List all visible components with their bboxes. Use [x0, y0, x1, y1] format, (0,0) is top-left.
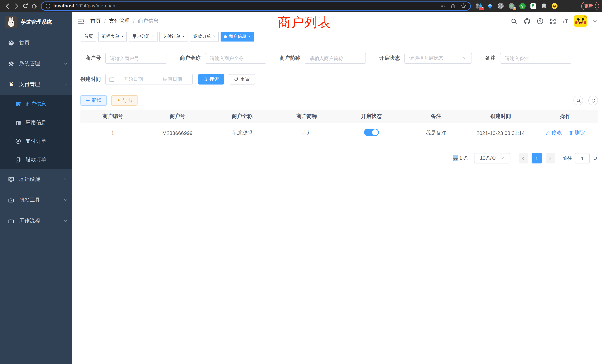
sidebar-item-workflow[interactable]: 工作流程 — [0, 211, 72, 231]
browser-back-button[interactable] — [3, 1, 12, 10]
export-button[interactable]: 导出 — [111, 95, 138, 106]
page-size-select[interactable]: 10条/页 — [474, 153, 510, 163]
sidebar-item-dev-tools[interactable]: 研发工具 — [0, 190, 72, 211]
plus-icon — [86, 98, 90, 103]
goto-page-input[interactable] — [575, 153, 590, 163]
sidebar-item-pay-order[interactable]: 支付订单 — [0, 132, 72, 150]
prev-page-button[interactable] — [519, 153, 528, 163]
cell-create-time: 2021-10-23 08:31:14 — [468, 130, 533, 136]
add-button[interactable]: 新增 — [80, 95, 107, 106]
url-bar[interactable]: localhost:1024/pay/merchant — [41, 1, 471, 11]
extension-emoji-icon[interactable] — [551, 3, 558, 9]
close-icon[interactable]: × — [248, 34, 251, 39]
back-icon — [4, 3, 11, 9]
tab-process-form[interactable]: 流程表单× — [98, 32, 127, 41]
home-icon — [31, 3, 37, 9]
sidebar-collapse-icon[interactable] — [78, 18, 85, 24]
extension-profile-icon[interactable]: 1 — [508, 3, 515, 9]
sidebar-item-refund-order[interactable]: 退款订单 — [0, 150, 72, 169]
sidebar-item-merchant-info[interactable]: 商户信息 — [0, 95, 72, 113]
extension-y-icon[interactable]: y — [519, 3, 526, 9]
refresh-table-button[interactable] — [588, 96, 598, 105]
avatar-dropdown-caret-icon[interactable] — [593, 20, 597, 22]
briefcase-icon — [8, 218, 14, 224]
sidebar-item-system[interactable]: 系统管理 — [0, 53, 72, 74]
pencil-icon — [546, 130, 550, 135]
yen-icon: ¥ — [8, 81, 14, 88]
browser-reload-button[interactable] — [21, 1, 30, 10]
next-page-button[interactable] — [546, 153, 555, 163]
main-content: 首页 / 支付管理 / 商户信息 TT — [72, 12, 602, 364]
extension-badge: 10 — [479, 7, 484, 10]
refund-doc-icon — [15, 157, 21, 163]
create-time-range-picker[interactable]: 开始日期 - 结束日期 — [105, 74, 193, 85]
browser-update-button[interactable]: 更新 — [581, 2, 599, 10]
chevron-down-icon — [63, 198, 68, 202]
share-icon[interactable] — [450, 3, 456, 9]
reset-button[interactable]: 重置 — [229, 74, 255, 85]
text-size-icon[interactable]: TT — [563, 19, 568, 24]
extension-command-icon[interactable] — [497, 3, 504, 9]
sidebar-item-payment[interactable]: ¥ 支付管理 — [0, 74, 72, 95]
header-search-icon[interactable] — [511, 18, 517, 24]
help-icon[interactable] — [537, 18, 543, 24]
browser-menu-kebab-icon[interactable] — [595, 4, 596, 8]
page-number-1[interactable]: 1 — [532, 153, 542, 163]
sidebar-item-app-info[interactable]: 应用信息 — [0, 113, 72, 132]
rabbit-logo-icon — [5, 16, 17, 28]
sidebar-item-infrastructure[interactable]: 基础设施 — [0, 169, 72, 190]
page-info-icon[interactable] — [45, 3, 51, 9]
search-button[interactable]: 搜索 — [198, 74, 224, 85]
merchant-no-input[interactable] — [105, 53, 166, 64]
filter-row-2: 创建时间 开始日期 - 结束日期 搜索 重置 — [72, 74, 255, 85]
goto-label: 前往 — [562, 155, 572, 162]
remark-input[interactable] — [500, 53, 571, 64]
close-icon[interactable]: × — [121, 34, 124, 39]
tab-pay-order[interactable]: 支付订单× — [159, 32, 188, 41]
merchant-short-input[interactable] — [305, 53, 366, 64]
navbar-actions: TT — [511, 15, 597, 27]
sidebar-item-home[interactable]: 首页 — [0, 33, 72, 53]
extension-grid-diamond-icon[interactable]: 10 — [476, 3, 483, 9]
screen: localhost:1024/pay/merchant 10 — [0, 0, 602, 364]
top-navbar: 首页 / 支付管理 / 商户信息 TT — [72, 12, 602, 30]
merchant-name-label: 商户全称 — [180, 55, 201, 62]
breadcrumb-current: 商户信息 — [138, 18, 159, 24]
tab-refund-order[interactable]: 退款订单× — [190, 32, 219, 41]
store-icon — [15, 101, 21, 107]
status-label: 开启状态 — [379, 55, 400, 62]
browser-forward-button[interactable] — [12, 1, 21, 10]
status-toggle[interactable] — [364, 129, 379, 136]
password-key-icon[interactable] — [440, 3, 446, 9]
bookmark-star-icon[interactable] — [460, 3, 466, 9]
close-icon[interactable]: × — [182, 34, 185, 39]
breadcrumb-home[interactable]: 首页 — [90, 18, 101, 24]
fullscreen-icon[interactable] — [550, 18, 556, 24]
cell-merchant-name: 芋道源码 — [210, 129, 275, 136]
extension-kite-icon[interactable] — [487, 3, 493, 9]
pay-order-icon — [15, 138, 21, 144]
grid-table-icon — [15, 120, 21, 126]
remark-label: 备注 — [485, 55, 496, 62]
status-select[interactable]: 请选择开启状态 — [404, 53, 472, 64]
user-avatar[interactable] — [574, 15, 587, 27]
extension-flag-icon[interactable] — [530, 3, 536, 9]
browser-home-button[interactable] — [30, 1, 39, 10]
chevron-down-icon — [463, 56, 467, 60]
table-header-row: 商户编号 商户号 商户全称 商户简称 开启状态 备注 创建时间 操作 — [80, 110, 598, 123]
github-icon[interactable] — [524, 18, 530, 24]
toggle-search-button[interactable] — [573, 96, 583, 105]
extensions-puzzle-icon[interactable] — [540, 3, 547, 9]
breadcrumb-payment[interactable]: 支付管理 — [109, 18, 130, 24]
close-icon[interactable]: × — [152, 34, 154, 39]
close-icon[interactable]: × — [213, 34, 215, 39]
app-logo[interactable]: 芋道管理系统 — [0, 12, 72, 33]
cell-merchant-no: M233666999 — [145, 130, 210, 136]
active-tab-dot — [224, 35, 227, 38]
merchant-name-input[interactable] — [205, 53, 266, 64]
tab-merchant-info[interactable]: 商户信息× — [221, 32, 254, 41]
tab-home[interactable]: 首页 — [81, 32, 96, 41]
edit-link[interactable]: 修改 — [546, 129, 562, 136]
delete-link[interactable]: 删除 — [569, 129, 585, 136]
tab-user-group[interactable]: 用户分组× — [129, 32, 158, 41]
